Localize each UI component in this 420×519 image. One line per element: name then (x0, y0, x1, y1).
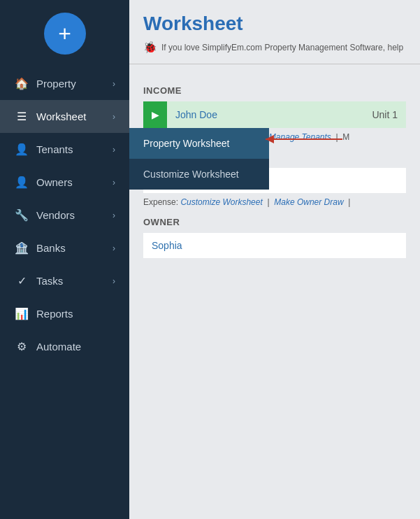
expense-links: Expense: Customize Worksheet | Make Owne… (143, 197, 406, 207)
chevron-right-icon: › (113, 145, 115, 155)
reports-icon: 📊 (14, 307, 29, 320)
sidebar-item-label: Banks (36, 242, 113, 254)
banks-icon: 🏦 (14, 241, 29, 255)
owner-name: Sophia (152, 240, 182, 251)
chevron-right-icon: › (113, 211, 115, 220)
tasks-icon: ✓ (14, 274, 29, 287)
worksheet-icon: ☰ (14, 110, 29, 123)
main-subtitle: 🐞 If you love SimplifyEm.com Property Ma… (143, 41, 406, 54)
chevron-right-icon: › (113, 112, 115, 122)
sidebar-item-label: Worksheet (36, 111, 113, 122)
automate-icon: ⚙ (14, 340, 29, 353)
sidebar-item-label: Property (36, 78, 113, 90)
add-button[interactable]: + (44, 13, 86, 55)
expense-customize-worksheet-link[interactable]: Customize Worksheet (180, 197, 262, 207)
sidebar-item-reports[interactable]: 📊 Reports (0, 297, 129, 330)
chevron-right-icon: › (113, 243, 115, 253)
subtitle-text: If you love SimplifyEm.com Property Mana… (161, 43, 403, 52)
sidebar-item-label: Owners (36, 176, 113, 188)
play-icon: ▶ (152, 109, 159, 120)
expense-links-prefix: Expense: (143, 197, 178, 207)
sidebar-item-banks[interactable]: 🏦 Banks › (0, 232, 129, 264)
income-manage-tenants-link[interactable]: Manage Tenants (269, 132, 331, 142)
sidebar-item-tenants[interactable]: 👤 Tenants › (0, 133, 129, 166)
sidebar-top: + (0, 0, 129, 67)
ladybug-icon: 🐞 (143, 41, 157, 54)
main-header: Worksheet 🐞 If you love SimplifyEm.com P… (129, 0, 420, 59)
owners-icon: 👤 (14, 176, 29, 189)
page-title: Worksheet (143, 13, 406, 35)
chevron-right-icon: › (113, 178, 115, 187)
sidebar-item-property[interactable]: 🏠 Property › (0, 67, 129, 100)
main-content: Worksheet 🐞 If you love SimplifyEm.com P… (129, 0, 420, 519)
expense-make-owner-draw-link[interactable]: Make Owner Draw (274, 197, 343, 207)
sidebar-item-label: Tenants (36, 143, 113, 155)
dropdown-item-label: Customize Worksheet (143, 169, 239, 180)
chevron-right-icon: › (113, 276, 115, 286)
sidebar-item-vendors[interactable]: 🔧 Vendors › (0, 199, 129, 232)
sidebar-item-automate[interactable]: ⚙ Automate (0, 330, 129, 363)
income-row: ▶ John Doe Unit 1 (143, 101, 406, 128)
dropdown-item-customize-worksheet[interactable]: Customize Worksheet (129, 159, 269, 190)
sidebar-item-worksheet[interactable]: ☰ Worksheet › (0, 100, 129, 133)
sidebar-item-label: Vendors (36, 209, 113, 221)
worksheet-dropdown: Property Worksheet Customize Worksheet (129, 128, 269, 190)
chevron-right-icon: › (113, 79, 115, 89)
owner-row: Sophia (143, 233, 406, 258)
sidebar-item-label: Reports (36, 308, 115, 320)
divider (129, 64, 420, 64)
sidebar-item-owners[interactable]: 👤 Owners › (0, 166, 129, 199)
sidebar: + 🏠 Property › ☰ Worksheet › 👤 Tenants ›… (0, 0, 129, 519)
income-unit: Unit 1 (363, 104, 406, 126)
income-section-label: INCOME (143, 85, 406, 96)
plus-icon: + (58, 21, 71, 47)
dropdown-item-label: Property Worksheet (143, 138, 229, 149)
sidebar-item-tasks[interactable]: ✓ Tasks › (0, 264, 129, 297)
sidebar-item-label: Automate (36, 341, 115, 353)
income-expand-button[interactable]: ▶ (143, 101, 167, 128)
property-icon: 🏠 (14, 77, 29, 90)
tenants-icon: 👤 (14, 143, 29, 156)
dropdown-item-property-worksheet[interactable]: Property Worksheet (129, 128, 269, 159)
vendors-icon: 🔧 (14, 208, 29, 222)
sidebar-item-label: Tasks (36, 275, 113, 287)
income-tenant-name: John Doe (167, 104, 363, 126)
owner-section-label: OWNER (143, 217, 406, 227)
